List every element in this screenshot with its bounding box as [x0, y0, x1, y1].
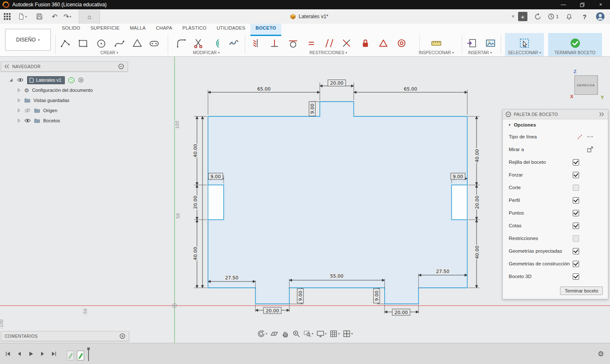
- eye-off-icon[interactable]: [24, 108, 31, 113]
- collapse-right-icon[interactable]: [599, 111, 604, 117]
- timeline-step-back-button[interactable]: [15, 349, 24, 358]
- navigator-item-saved-views[interactable]: Vistas guardadas: [1, 95, 128, 105]
- dimension-label[interactable]: 40.00: [474, 149, 480, 163]
- slice-checkbox[interactable]: [573, 185, 579, 191]
- file-menu-button[interactable]: ▾: [17, 11, 28, 22]
- centerline-icon[interactable]: [587, 133, 593, 140]
- pan-button[interactable]: [281, 330, 289, 338]
- tab-malla[interactable]: MALLA: [125, 24, 151, 35]
- dimension-label[interactable]: 20.00: [263, 307, 281, 314]
- account-button[interactable]: [595, 11, 606, 22]
- dimension-label[interactable]: 9.00: [374, 289, 380, 303]
- close-tab-icon[interactable]: ×: [511, 13, 515, 19]
- tab-plastico[interactable]: PLÁSTICO: [177, 24, 212, 35]
- timeline-settings-gear-icon[interactable]: ⚙: [598, 350, 604, 358]
- midpoint-constraint-tool[interactable]: [377, 36, 390, 50]
- sketch-3d-checkbox[interactable]: [573, 273, 579, 280]
- tab-solido[interactable]: SOLIDO: [57, 24, 85, 35]
- equal-constraint-tool[interactable]: [305, 36, 318, 50]
- modificar-group-label[interactable]: MODIFICAR▾: [193, 50, 219, 55]
- concentric-constraint-tool[interactable]: [395, 36, 408, 50]
- left-notch[interactable]: [208, 185, 224, 220]
- look-at-button[interactable]: [270, 330, 278, 338]
- viewports-button[interactable]: ▾: [343, 330, 353, 338]
- save-button[interactable]: [34, 11, 45, 22]
- cloud-status-icon[interactable]: [68, 77, 75, 83]
- data-panel-button[interactable]: [2, 11, 13, 22]
- navigator-item-document-settings[interactable]: ⚙ Configuración del documento: [1, 85, 128, 95]
- sketch-feature-icon[interactable]: [76, 350, 85, 361]
- navigator-root-row[interactable]: Laterales v1: [1, 75, 128, 85]
- timeline-marker[interactable]: [86, 347, 91, 361]
- dimension-label[interactable]: 65.00: [257, 86, 271, 92]
- sketch-grid-checkbox[interactable]: [573, 159, 579, 165]
- fix-constraint-tool[interactable]: [358, 36, 372, 50]
- expand-arrow-icon[interactable]: [17, 108, 21, 113]
- circle-minus-icon[interactable]: [118, 63, 124, 69]
- viewcube-face[interactable]: DERECHA: [574, 75, 598, 95]
- inspeccionar-group-label[interactable]: INSPECCIONAR▾: [419, 50, 454, 55]
- points-checkbox[interactable]: [573, 210, 579, 216]
- slot-tool[interactable]: [147, 36, 161, 50]
- tab-superficie[interactable]: SUPERFICIE: [85, 24, 125, 35]
- dimension-label[interactable]: 20.00: [392, 309, 410, 315]
- origin-point[interactable]: [172, 303, 177, 308]
- zoom-button[interactable]: [292, 330, 300, 338]
- dimension-label[interactable]: 9.00: [297, 289, 304, 303]
- display-settings-button[interactable]: ▾: [316, 330, 327, 338]
- polygon-tool[interactable]: [130, 36, 144, 50]
- new-tab-button[interactable]: +: [518, 12, 527, 21]
- collapse-left-icon[interactable]: [4, 63, 10, 69]
- vertical-horizontal-constraint-tool[interactable]: [268, 36, 281, 50]
- timeline-play-button[interactable]: [26, 349, 36, 358]
- profile-checkbox[interactable]: [573, 197, 579, 204]
- navigator-item-sketches[interactable]: Bocetos: [1, 116, 128, 126]
- snap-checkbox[interactable]: [573, 172, 579, 178]
- select-tool[interactable]: [518, 36, 531, 50]
- fillet-tool[interactable]: [175, 36, 188, 50]
- home-tab[interactable]: ⌂: [79, 10, 100, 24]
- dimension-label[interactable]: 40.00: [474, 245, 480, 259]
- tab-utilidades[interactable]: UTILIDADES: [211, 24, 250, 35]
- sketch-feature-icon[interactable]: [66, 350, 75, 361]
- finish-sketch-palette-button[interactable]: Terminar boceto: [560, 287, 603, 295]
- expand-arrow-icon[interactable]: [17, 88, 21, 93]
- notifications-button[interactable]: [563, 11, 574, 22]
- insertar-group-label[interactable]: INSERTAR▾: [468, 50, 492, 55]
- dimension-label[interactable]: 27.50: [225, 275, 238, 281]
- restore-button[interactable]: [573, 0, 591, 9]
- circle-minus-icon[interactable]: [505, 111, 511, 117]
- close-button[interactable]: ×: [591, 0, 610, 9]
- crear-group-label[interactable]: CREAR▾: [100, 50, 118, 55]
- minimize-button[interactable]: —: [554, 0, 573, 9]
- dimension-label[interactable]: 40.00: [193, 247, 198, 260]
- dimension-label[interactable]: 9.00: [208, 173, 223, 179]
- activity-button[interactable]: 1: [548, 11, 559, 22]
- measure-tool[interactable]: [430, 36, 443, 50]
- circle-plus-icon[interactable]: [119, 333, 125, 339]
- construction-line-icon[interactable]: [577, 133, 583, 140]
- perpendicular-constraint-tool[interactable]: [340, 36, 353, 50]
- redo-button[interactable]: ↷▾: [62, 11, 73, 22]
- dimension-label[interactable]: 27.50: [436, 269, 449, 274]
- look-at-icon[interactable]: [587, 146, 593, 153]
- terminar-boceto-label[interactable]: TERMINAR BOCETO: [554, 50, 595, 55]
- dimensions-checkbox[interactable]: [573, 223, 579, 229]
- dimension-label[interactable]: 9.00: [451, 173, 465, 179]
- seleccionar-group-label[interactable]: SELECCIONAR▾: [508, 50, 541, 55]
- dimension-label[interactable]: 20.00: [328, 80, 346, 86]
- expand-arrow-icon[interactable]: [17, 98, 21, 103]
- expand-arrow-icon[interactable]: [17, 118, 21, 123]
- finish-sketch-button[interactable]: [568, 36, 582, 50]
- undo-button[interactable]: ↶: [49, 11, 60, 22]
- orbit-button[interactable]: ▾: [257, 330, 267, 338]
- dimension-label[interactable]: 9.00: [309, 102, 316, 116]
- navigator-item-origin[interactable]: Origen: [1, 105, 128, 116]
- trim-tool[interactable]: [191, 36, 205, 50]
- insert-image-tool[interactable]: [484, 36, 497, 50]
- circle-tool[interactable]: [94, 36, 108, 50]
- timeline-skip-end-button[interactable]: [49, 349, 58, 358]
- tangent-constraint-tool[interactable]: [286, 36, 300, 50]
- navigator-root-item[interactable]: Laterales v1: [27, 76, 65, 84]
- timeline-skip-start-button[interactable]: [3, 349, 13, 358]
